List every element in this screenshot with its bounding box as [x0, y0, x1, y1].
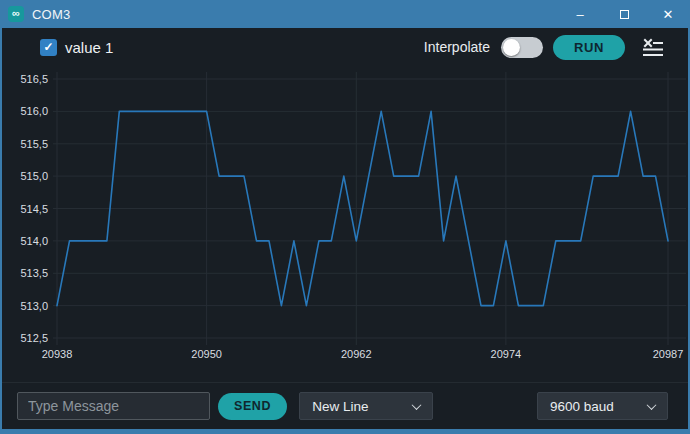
minimize-button[interactable]: – — [558, 0, 602, 28]
svg-text:516,0: 516,0 — [20, 105, 48, 117]
baud-rate-select[interactable]: 9600 baud — [537, 392, 668, 420]
close-button[interactable]: ✕ — [646, 0, 690, 28]
message-input[interactable] — [17, 392, 210, 420]
interpolate-toggle[interactable] — [501, 37, 543, 58]
svg-text:513,0: 513,0 — [20, 300, 48, 312]
arduino-icon: ∞ — [8, 6, 24, 22]
baud-rate-value: 9600 baud — [550, 399, 614, 414]
serial-plotter-window: ∞ COM3 – ✕ ✓ value 1 Interpolate RUN — [0, 0, 690, 434]
toolbar: ✓ value 1 Interpolate RUN — [2, 28, 688, 66]
svg-text:515,5: 515,5 — [20, 138, 48, 150]
maximize-button[interactable] — [602, 0, 646, 28]
svg-text:20962: 20962 — [341, 348, 372, 360]
svg-text:20938: 20938 — [42, 348, 73, 360]
svg-text:514,5: 514,5 — [20, 203, 48, 215]
svg-text:512,5: 512,5 — [20, 332, 48, 344]
svg-text:20987: 20987 — [653, 348, 684, 360]
message-bar: SEND New Line 9600 baud — [2, 382, 688, 429]
close-icon: ✕ — [663, 7, 674, 22]
clear-output-button[interactable] — [642, 37, 664, 57]
maximize-icon — [620, 10, 629, 19]
send-button[interactable]: SEND — [218, 393, 287, 420]
svg-text:516,5: 516,5 — [20, 73, 48, 85]
toggle-knob-icon — [503, 39, 520, 56]
chevron-down-icon — [412, 400, 422, 410]
svg-text:20950: 20950 — [191, 348, 222, 360]
minimize-icon: – — [576, 7, 583, 22]
toolbar-right: Interpolate RUN — [424, 35, 664, 60]
titlebar: ∞ COM3 – ✕ — [0, 0, 690, 28]
run-button[interactable]: RUN — [553, 35, 625, 60]
window-controls: – ✕ — [558, 0, 690, 28]
chart-area: 516,5516,0515,5515,0514,5514,0513,5513,0… — [2, 66, 688, 382]
series-label: value 1 — [65, 39, 113, 56]
clear-output-icon — [643, 38, 663, 56]
svg-text:20974: 20974 — [491, 348, 522, 360]
svg-text:515,0: 515,0 — [20, 170, 48, 182]
interpolate-label: Interpolate — [424, 39, 490, 55]
svg-text:514,0: 514,0 — [20, 235, 48, 247]
line-ending-value: New Line — [312, 399, 368, 414]
chevron-down-icon — [647, 400, 657, 410]
window-title: COM3 — [32, 7, 70, 22]
svg-text:513,5: 513,5 — [20, 267, 48, 279]
series-checkbox[interactable]: ✓ — [40, 39, 57, 56]
serial-plot: 516,5516,0515,5515,0514,5514,0513,5513,0… — [2, 66, 688, 382]
line-ending-select[interactable]: New Line — [299, 392, 433, 420]
